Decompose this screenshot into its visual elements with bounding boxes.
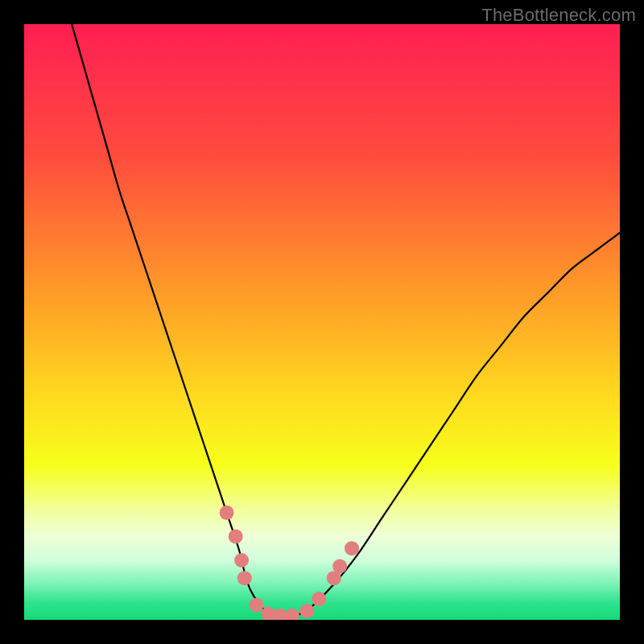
- highlight-dot: [300, 604, 315, 618]
- highlight-dot: [237, 571, 252, 585]
- highlight-dot: [229, 529, 243, 543]
- highlight-dot: [345, 541, 359, 555]
- gradient-background: [24, 24, 620, 620]
- highlight-dot: [234, 553, 249, 568]
- highlight-dot: [250, 598, 264, 613]
- bottleneck-plot: [24, 24, 620, 620]
- highlight-dot: [332, 559, 347, 573]
- highlight-dot: [220, 506, 234, 520]
- chart-frame: TheBottleneck.com: [0, 0, 644, 644]
- watermark-text: TheBottleneck.com: [481, 5, 636, 26]
- highlight-dot: [312, 592, 326, 606]
